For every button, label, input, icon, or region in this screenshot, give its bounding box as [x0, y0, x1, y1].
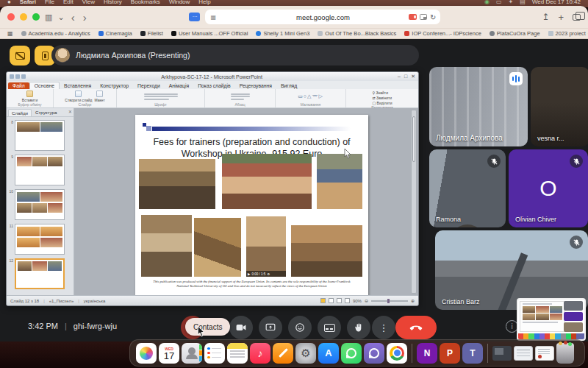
quick-access-toolbar[interactable]	[10, 74, 26, 79]
chrome-app-icon[interactable]	[387, 343, 407, 364]
presenter-pill[interactable]: Людмила Архипова (Presenting)	[51, 45, 419, 66]
bookmark-filelist[interactable]: Filelist	[140, 30, 163, 37]
control-center-icon[interactable]: ▤	[520, 0, 526, 5]
tab-insert[interactable]: Вставлення	[60, 82, 96, 89]
tab-animations[interactable]: Анімація	[165, 82, 193, 89]
close-window-button[interactable]	[7, 13, 15, 21]
whatsapp-app-icon[interactable]	[341, 343, 362, 364]
menu-edit[interactable]: Edit	[63, 0, 74, 5]
new-tab-icon[interactable]: +	[558, 12, 564, 23]
favorites-grid-icon[interactable]: ▦	[7, 31, 13, 37]
tile-lyudmyla[interactable]: Людмила Архипова	[429, 67, 528, 146]
end-call-button[interactable]	[395, 316, 437, 339]
current-slide[interactable]: Fees for trainers (preparation and condu…	[135, 115, 368, 296]
viber-app-icon[interactable]	[364, 343, 384, 364]
teams-app-icon[interactable]: T	[462, 343, 483, 364]
menu-file[interactable]: File	[45, 0, 54, 5]
slide-thumbnail[interactable]: 8	[8, 120, 72, 151]
tab-review[interactable]: Рецензування	[235, 82, 276, 89]
contacts-app-icon[interactable]	[182, 343, 202, 364]
back-button[interactable]: ‹	[70, 12, 76, 23]
menu-app-name[interactable]: Safari	[20, 0, 36, 5]
powerpoint-app-icon[interactable]: P	[440, 343, 460, 364]
slideshow-view-icon[interactable]	[345, 298, 350, 303]
find-button[interactable]: ⚲ Знайти	[372, 91, 388, 95]
maximize-icon[interactable]: □	[404, 74, 407, 79]
font-controls[interactable]	[144, 93, 178, 100]
trash-icon[interactable]	[556, 343, 574, 364]
captions-button[interactable]	[318, 316, 341, 339]
tile-vesna[interactable]: vesna r...	[531, 67, 588, 146]
layout-button[interactable]: Макет	[95, 91, 105, 102]
camera-button[interactable]	[229, 316, 253, 339]
tab-overview-icon[interactable]	[573, 14, 581, 21]
slide-thumbnail[interactable]: 9	[8, 155, 72, 185]
stop-presenting-button[interactable]	[10, 46, 30, 66]
menu-history[interactable]: History	[104, 0, 122, 5]
tab-home[interactable]: Основне	[29, 82, 60, 89]
forward-button[interactable]: ›	[82, 12, 88, 23]
vertical-scrollbar[interactable]	[411, 110, 417, 294]
tab-view[interactable]: Вигляд	[276, 82, 301, 89]
tab-file[interactable]: Файл	[8, 82, 29, 89]
calendar-app-icon[interactable]: Wed 17	[159, 343, 179, 364]
page-settings-icon[interactable]: ▦	[210, 14, 216, 21]
minimized-window[interactable]	[514, 346, 533, 361]
bookmark-out-of-the-box[interactable]: Out Of The Bo...Black Basics	[318, 30, 396, 37]
menu-bookmarks[interactable]: Bookmarks	[131, 0, 160, 5]
chevron-down-icon[interactable]: ⌄	[57, 13, 64, 21]
menu-help[interactable]: Help	[198, 0, 210, 5]
minimized-window[interactable]	[535, 346, 554, 361]
bookmark-iop-conference[interactable]: IOP Conferen...- IDPscience	[404, 30, 481, 37]
extension-icon[interactable]: ⋯	[189, 13, 200, 21]
panel-tab-outline[interactable]: Структура	[33, 109, 59, 116]
minimize-window-button[interactable]	[20, 13, 27, 21]
bookmark-shelly[interactable]: Shelly 1 Mini Gen3	[256, 30, 309, 37]
photos-app-icon[interactable]	[136, 343, 157, 364]
menu-window[interactable]: Window	[169, 0, 190, 5]
music-app-icon[interactable]: ♪	[250, 343, 270, 364]
paste-button[interactable]: Вставити	[22, 91, 37, 102]
notes-app-icon[interactable]	[227, 343, 248, 364]
bookmark-cinemagia[interactable]: Cinemagia	[98, 30, 132, 37]
zoom-out-icon[interactable]: ⊖	[365, 298, 368, 303]
normal-view-icon[interactable]	[320, 298, 326, 303]
slide-thumbnail[interactable]: 10	[8, 189, 72, 220]
new-slide-button[interactable]: Створити слайд	[65, 91, 92, 102]
wifi-icon[interactable]: ✦	[509, 0, 514, 5]
tile-olivian[interactable]: O Olivian Chiver	[509, 149, 588, 227]
slide-thumbnail[interactable]: 11	[8, 224, 72, 255]
self-view-thumbnail[interactable]	[517, 298, 586, 341]
close-icon[interactable]: ✕	[411, 74, 415, 79]
reading-view-icon[interactable]	[337, 298, 342, 303]
zoom-in-icon[interactable]: ⊕	[411, 298, 415, 303]
replace-button[interactable]: ⇄ Замінити	[372, 96, 392, 100]
more-options-button[interactable]: ⋮	[372, 316, 395, 339]
sidebar-icon[interactable]: ▥	[45, 13, 52, 21]
app-store-icon[interactable]: A	[318, 343, 339, 364]
bookmark-academia[interactable]: Academia.edu - Analytics	[21, 30, 90, 37]
panel-tab-slides[interactable]: Слайди	[8, 109, 32, 116]
screen-record-indicator-icon[interactable]: ◉	[484, 0, 490, 5]
reminders-app-icon[interactable]	[204, 343, 225, 364]
tab-slideshow[interactable]: Показ слайдів	[193, 82, 235, 89]
minimize-icon[interactable]: –	[398, 74, 401, 79]
slide-thumbnail-current[interactable]: 12	[8, 258, 72, 289]
bookmark-user-manuals[interactable]: User Manuals ...OFF Official	[171, 30, 248, 37]
address-bar[interactable]: ▦ meet.google.com ↻	[205, 10, 440, 24]
zoom-slider[interactable]	[371, 300, 408, 302]
tab-transitions[interactable]: Переходи	[133, 82, 165, 89]
tab-design[interactable]: Конструктор	[96, 82, 133, 89]
close-panel-icon[interactable]: ✕	[68, 109, 72, 116]
reload-icon[interactable]: ↻	[430, 13, 436, 21]
share-icon[interactable]: ↥	[542, 12, 549, 22]
sorter-view-icon[interactable]	[329, 298, 334, 303]
pages-app-icon[interactable]	[273, 343, 293, 364]
video-controls[interactable]: ▶ 0:00 / 1:5 ⚙	[246, 271, 286, 277]
raise-hand-button[interactable]	[347, 316, 370, 339]
shapes-gallery[interactable]: ▭○△⌤▷	[298, 93, 323, 99]
minimized-window[interactable]	[492, 346, 512, 361]
present-button[interactable]	[259, 316, 282, 339]
zoom-window-button[interactable]	[32, 13, 40, 21]
picture-in-picture-icon[interactable]	[420, 14, 427, 20]
